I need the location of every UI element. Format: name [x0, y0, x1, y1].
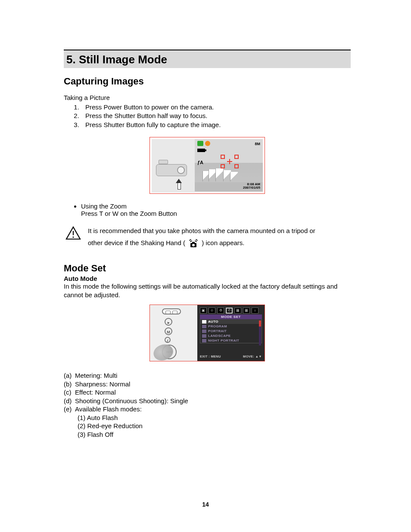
- zoom-body: Press T or W on the Zoom Button: [81, 210, 351, 217]
- menu-footer-exit: EXIT : MENU: [200, 355, 221, 358]
- step-item: Press the Shutter Button half way to foc…: [81, 112, 351, 120]
- section-heading: 5. Still Image Mode: [64, 50, 351, 68]
- step-item: Press Power Button to power on the camer…: [81, 103, 351, 112]
- menu-scrollbar-thumb: [259, 320, 261, 327]
- battery-icon: [197, 149, 205, 152]
- menu-tab-icon: ▦: [243, 308, 250, 314]
- menu-tab-row: ▣ ☺ ⚙ ✆ ▦ ▦ ⌂: [197, 305, 265, 314]
- camera-mode-icon: [197, 141, 203, 146]
- shaking-hand-icon: [188, 237, 199, 250]
- menu-tab-icon: ▦: [234, 308, 241, 314]
- osd-timestamp: 8:08 AM 2007/01/05: [243, 183, 260, 190]
- menu-item-program: PROGRAM: [200, 324, 262, 329]
- list-item: (d)Shooting (Continuous Shooting): Singl…: [64, 397, 351, 405]
- playback-button-icon: ▸: [165, 318, 172, 326]
- flash-modes-sublist: (1) Auto Flash (2) Red-eye Reduction (3)…: [78, 414, 351, 439]
- list-item: (b)Sharpness: Normal: [64, 380, 351, 389]
- menu-item-auto: AUTO: [200, 319, 262, 324]
- menu-tab-icon: ✆: [226, 308, 233, 314]
- menu-tab-icon: ⚙: [217, 308, 224, 314]
- list-item: (3) Flash Off: [78, 430, 351, 439]
- auto-mode-settings-list: (a)Metering: Multi (b)Sharpness: Normal …: [64, 371, 351, 439]
- figure-mode-set-menu: ▸ M ƒ ▣ ☺ ⚙ ✆ ▦ ▦ ⌂ MODE SET AUTO PROGRA…: [149, 305, 265, 361]
- svg-rect-4: [192, 242, 195, 243]
- flash-auto-icon: ƒA: [197, 160, 203, 165]
- subsection-capturing-images: Capturing Images: [64, 76, 351, 87]
- mode-button-icon: M: [165, 327, 172, 335]
- menu-item-night-portrait: NIGHT PORTRAIT: [200, 338, 262, 343]
- list-item: (1) Auto Flash: [78, 414, 351, 422]
- menu-item-landscape: LANDSCAPE: [200, 333, 262, 338]
- arrow-up-icon: [176, 179, 182, 188]
- menu-item-portrait: PORTRAIT: [200, 329, 262, 333]
- auto-mode-heading: Auto Mode: [64, 275, 351, 282]
- list-item: (c)Effect: Normal: [64, 388, 351, 397]
- menu-body: AUTO PROGRAM PORTRAIT LANDSCAPE NIGHT PO…: [200, 319, 262, 343]
- warning-icon: [65, 226, 81, 240]
- face-detect-icon: [205, 141, 210, 146]
- list-item: (2) Red-eye Reduction: [78, 422, 351, 430]
- step-item: Press Shutter Button fully to capture th…: [81, 121, 351, 129]
- auto-mode-description: In this mode the following settings will…: [64, 282, 351, 300]
- taking-picture-intro: Taking a Picture: [64, 94, 351, 101]
- zoom-bullet: Using the Zoom Press T or W on the Zoom …: [70, 202, 351, 217]
- svg-point-5: [192, 244, 195, 246]
- subsection-mode-set: Mode Set: [64, 263, 351, 274]
- resolution-label: 8M: [255, 142, 260, 146]
- list-item: (a)Metering: Multi: [64, 371, 351, 380]
- svg-point-2: [72, 236, 74, 238]
- menu-title: MODE SET: [200, 314, 262, 319]
- menu-tab-icon: ☺: [209, 308, 215, 314]
- figure-camera-preview: ƒA 8M 8:08 AM 2007/01/05: [149, 137, 265, 194]
- warning-text: It is recommended that you take photos w…: [88, 225, 351, 250]
- flash-button-icon: ƒ: [165, 337, 171, 343]
- focus-frame-icon: [221, 155, 239, 168]
- menu-tab-icon: ▣: [200, 308, 207, 314]
- taking-picture-steps: Press Power Button to power on the camer…: [70, 103, 351, 129]
- zoom-title: Using the Zoom: [81, 202, 351, 210]
- menu-tab-icon: ⌂: [252, 308, 258, 314]
- menu-footer-move: MOVE: ▲▼: [243, 355, 262, 358]
- page-number: 14: [0, 501, 411, 508]
- list-item: (e)Available Flash modes:: [64, 405, 351, 414]
